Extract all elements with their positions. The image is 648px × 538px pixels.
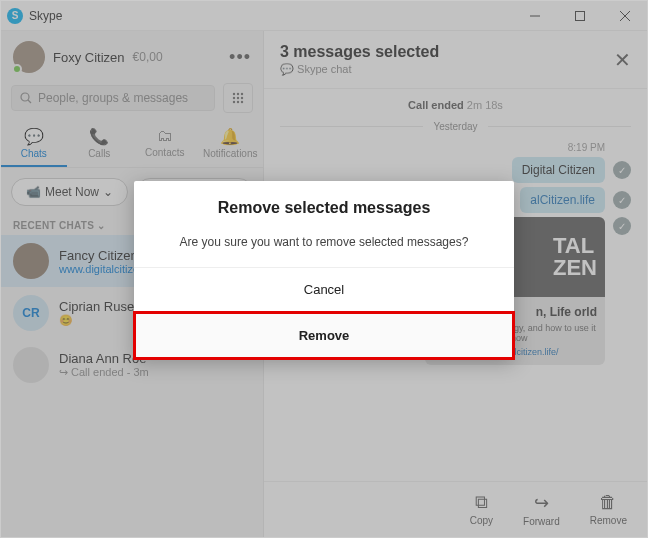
confirm-remove-button[interactable]: Remove — [133, 311, 515, 360]
modal-overlay: Remove selected messages Are you sure yo… — [1, 1, 647, 537]
remove-dialog: Remove selected messages Are you sure yo… — [134, 181, 514, 359]
dialog-title: Remove selected messages — [134, 181, 514, 229]
cancel-button[interactable]: Cancel — [134, 267, 514, 311]
dialog-message: Are you sure you want to remove selected… — [134, 229, 514, 267]
